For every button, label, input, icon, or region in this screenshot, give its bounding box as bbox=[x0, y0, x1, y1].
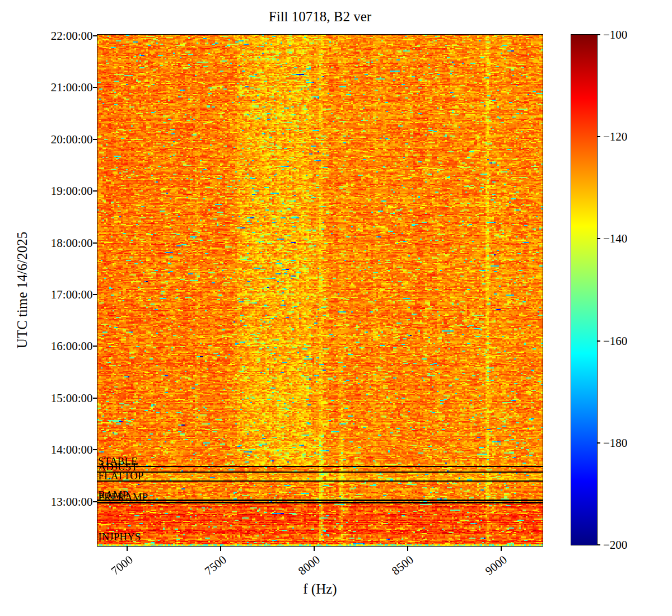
y-tick-mark bbox=[93, 35, 97, 36]
colorbar-tick-label: −140 bbox=[603, 231, 627, 246]
colorbar-tick-label: −200 bbox=[603, 538, 627, 552]
colorbar-tick-label: −100 bbox=[603, 27, 627, 42]
x-tick-label: 9000 bbox=[483, 553, 510, 578]
x-tick-mark bbox=[501, 547, 502, 551]
beam-mode-line bbox=[97, 500, 543, 501]
y-tick-label: 15:00:00 bbox=[31, 391, 93, 405]
y-tick-label: 20:00:00 bbox=[31, 132, 93, 147]
y-tick-label: 17:00:00 bbox=[31, 287, 93, 302]
y-tick-mark bbox=[93, 449, 97, 450]
y-tick-mark bbox=[93, 346, 97, 347]
colorbar-tick-label: −160 bbox=[603, 334, 627, 348]
beam-mode-label: FLATTOP bbox=[99, 470, 144, 481]
colorbar-tick-mark bbox=[597, 238, 600, 239]
y-tick-label: 13:00:00 bbox=[31, 494, 93, 509]
x-tick-label: 7500 bbox=[202, 553, 229, 578]
beam-mode-label: PRERAMP bbox=[99, 492, 148, 502]
colorbar-tick-label: −120 bbox=[603, 129, 627, 144]
colorbar-tick-mark bbox=[597, 34, 600, 35]
plot-area bbox=[97, 34, 543, 547]
colorbar-tick-mark bbox=[597, 544, 600, 545]
y-tick-mark bbox=[93, 190, 97, 192]
y-tick-mark bbox=[93, 398, 97, 399]
x-axis-label: f (Hz) bbox=[97, 581, 543, 597]
beam-mode-line bbox=[97, 466, 543, 467]
chart-title: Fill 10718, B2 ver bbox=[97, 9, 543, 25]
beam-mode-line bbox=[97, 502, 543, 503]
y-tick-label: 14:00:00 bbox=[31, 442, 93, 457]
beam-mode-label: INJPHYS bbox=[99, 531, 141, 542]
colorbar-tick-mark bbox=[597, 340, 600, 342]
y-tick-mark bbox=[93, 242, 97, 244]
y-tick-mark bbox=[93, 501, 97, 502]
x-tick-mark bbox=[407, 547, 408, 551]
x-tick-mark bbox=[127, 547, 128, 551]
spectrogram-canvas bbox=[97, 35, 543, 546]
y-tick-label: 21:00:00 bbox=[31, 80, 93, 95]
x-tick-label: 8500 bbox=[389, 553, 416, 578]
x-tick-mark bbox=[314, 547, 315, 551]
colorbar bbox=[571, 34, 598, 545]
x-tick-mark bbox=[220, 547, 221, 551]
y-tick-mark bbox=[93, 139, 97, 140]
y-tick-label: 19:00:00 bbox=[31, 184, 93, 198]
y-tick-mark bbox=[93, 87, 97, 88]
beam-mode-line bbox=[97, 480, 543, 482]
y-axis-label: UTC time 14/6/2025 bbox=[15, 232, 30, 348]
y-tick-label: 16:00:00 bbox=[31, 339, 93, 353]
figure: Fill 10718, B2 ver UTC time 14/6/2025 ST… bbox=[0, 0, 672, 616]
beam-mode-line bbox=[97, 472, 543, 473]
y-tick-label: 22:00:00 bbox=[31, 29, 93, 43]
colorbar-tick-mark bbox=[597, 136, 600, 137]
x-tick-label: 7000 bbox=[109, 553, 136, 578]
colorbar-tick-label: −180 bbox=[603, 436, 627, 450]
y-tick-mark bbox=[93, 294, 97, 295]
colorbar-tick-mark bbox=[597, 442, 600, 444]
x-tick-label: 8000 bbox=[296, 553, 323, 578]
y-tick-label: 18:00:00 bbox=[31, 236, 93, 250]
